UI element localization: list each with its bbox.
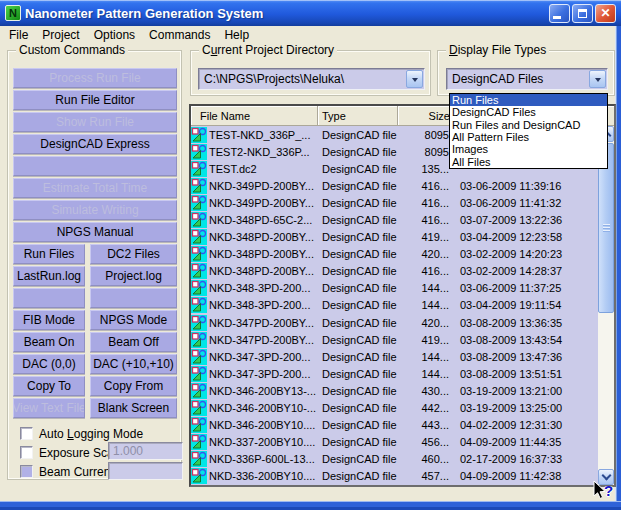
menu-options[interactable]: Options bbox=[87, 27, 142, 44]
dropdown-item-images[interactable]: Images bbox=[450, 143, 607, 155]
file-size: 8095 bbox=[398, 146, 455, 158]
file-modified: 03-08-2009 13:36:35 bbox=[455, 317, 598, 329]
file-type: DesignCAD file bbox=[318, 299, 398, 311]
file-row[interactable]: NKD-348PD-65C-2... DesignCAD file 416...… bbox=[191, 211, 598, 228]
button-npgs-manual[interactable]: NPGS Manual bbox=[13, 222, 177, 242]
button-simulate-writing: Simulate Writing bbox=[13, 200, 177, 220]
close-button[interactable]: ✕ bbox=[595, 4, 616, 23]
menu-help[interactable]: Help bbox=[217, 27, 256, 44]
display-file-types-combo[interactable]: DesignCAD Files bbox=[446, 68, 608, 90]
file-row[interactable]: NKD-349PD-200BY... DesignCAD file 416...… bbox=[191, 177, 598, 194]
file-size: 443... bbox=[398, 419, 455, 431]
designcad-file-icon bbox=[191, 161, 207, 177]
column-header-file-name[interactable]: File Name bbox=[191, 106, 318, 126]
file-row[interactable]: NKD-336-200BY10.... DesignCAD file 457..… bbox=[191, 468, 598, 485]
button-blank[interactable] bbox=[13, 156, 177, 176]
file-modified: 03-06-2009 11:41:32 bbox=[455, 197, 598, 209]
button-copy-from[interactable]: Copy From bbox=[90, 376, 177, 396]
file-row[interactable]: NKD-348-3PD-200... DesignCAD file 144...… bbox=[191, 280, 598, 297]
maximize-button[interactable] bbox=[572, 4, 593, 23]
button-lastrun-log[interactable]: LastRun.log bbox=[13, 266, 85, 286]
file-modified: 04-09-2009 11:44:35 bbox=[455, 436, 598, 448]
file-type: DesignCAD file bbox=[318, 351, 398, 363]
file-row[interactable]: NKD-347-3PD-200... DesignCAD file 144...… bbox=[191, 365, 598, 382]
file-size: 144... bbox=[398, 282, 455, 294]
file-name: NKD-346-200BY13-... bbox=[209, 385, 316, 397]
designcad-file-icon bbox=[191, 315, 207, 331]
file-row[interactable]: NKD-347PD-200BY... DesignCAD file 420...… bbox=[191, 314, 598, 331]
menu-project[interactable]: Project bbox=[35, 27, 86, 44]
beam-current-field[interactable] bbox=[108, 462, 183, 480]
button-project-log[interactable]: Project.log bbox=[90, 266, 177, 286]
file-size: 416... bbox=[398, 197, 455, 209]
file-type: DesignCAD file bbox=[318, 453, 398, 465]
vertical-scrollbar[interactable] bbox=[598, 126, 614, 485]
project-directory-dropdown-button[interactable] bbox=[406, 70, 423, 88]
file-row[interactable]: NKD-337-200BY10.... DesignCAD file 456..… bbox=[191, 434, 598, 451]
file-type: DesignCAD file bbox=[318, 385, 398, 397]
button-dac-10-10[interactable]: DAC (+10,+10) bbox=[90, 354, 177, 374]
file-name: NKD-347PD-200BY... bbox=[209, 334, 314, 346]
file-type: DesignCAD file bbox=[318, 402, 398, 414]
menu-file[interactable]: File bbox=[2, 27, 35, 44]
dropdown-item-run-files[interactable]: Run Files bbox=[450, 94, 607, 106]
file-row[interactable]: NKD-347-3PD-200... DesignCAD file 144...… bbox=[191, 348, 598, 365]
file-row[interactable]: NKD-346-200BY10-... DesignCAD file 442..… bbox=[191, 400, 598, 417]
file-modified: 03-19-2009 13:21:00 bbox=[455, 385, 598, 397]
custom-commands-label: Custom Commands bbox=[16, 43, 128, 57]
auto-logging-checkbox[interactable] bbox=[20, 427, 33, 440]
file-name: TEST-NKD_336P_... bbox=[209, 129, 311, 141]
exposure-scale-checkbox[interactable] bbox=[20, 446, 33, 459]
file-row[interactable]: NKD-349PD-200BY... DesignCAD file 416...… bbox=[191, 194, 598, 211]
file-name: NKD-336P-600L-13... bbox=[209, 453, 315, 465]
file-row[interactable]: NKD-348-3PD-200... DesignCAD file 144...… bbox=[191, 297, 598, 314]
file-row[interactable]: NKD-336P-600L-13... DesignCAD file 460..… bbox=[191, 451, 598, 468]
button-npgs-mode[interactable]: NPGS Mode bbox=[90, 310, 177, 330]
column-header-type[interactable]: Type bbox=[318, 106, 398, 126]
column-header-size[interactable]: Size bbox=[398, 106, 455, 126]
help-cursor: ? bbox=[593, 481, 613, 501]
file-row[interactable]: NKD-348PD-200BY... DesignCAD file 416...… bbox=[191, 263, 598, 280]
file-type: DesignCAD file bbox=[318, 282, 398, 294]
dropdown-item-designcad-files[interactable]: DesignCAD Files bbox=[450, 106, 607, 118]
file-size: 144... bbox=[398, 351, 455, 363]
project-directory-combo[interactable]: C:\NPGS\Projects\Neluka\ bbox=[198, 68, 425, 90]
button-run-file-editor[interactable]: Run File Editor bbox=[13, 90, 177, 110]
button-blank-screen[interactable]: Blank Screen bbox=[90, 398, 177, 418]
beam-current-checkbox[interactable] bbox=[20, 465, 33, 478]
button-fib-mode[interactable]: FIB Mode bbox=[13, 310, 85, 330]
file-size: 416... bbox=[398, 265, 455, 277]
display-file-types-dropdown-button[interactable] bbox=[589, 70, 606, 88]
dropdown-item-all-pattern-files[interactable]: All Pattern Files bbox=[450, 131, 607, 143]
button-run-files[interactable]: Run Files bbox=[13, 244, 85, 264]
button-blank[interactable] bbox=[90, 288, 177, 308]
button-designcad-express[interactable]: DesignCAD Express bbox=[13, 134, 177, 154]
file-row[interactable]: NKD-347PD-200BY... DesignCAD file 419...… bbox=[191, 331, 598, 348]
file-type: DesignCAD file bbox=[318, 214, 398, 226]
dropdown-item-run-files-and-designcad[interactable]: Run Files and DesignCAD bbox=[450, 119, 607, 131]
menu-commands[interactable]: Commands bbox=[142, 27, 217, 44]
button-dc2-files[interactable]: DC2 Files bbox=[90, 244, 177, 264]
file-row[interactable]: NKD-346-200BY13-... DesignCAD file 430..… bbox=[191, 382, 598, 399]
file-row[interactable]: NKD-346-200BY10.... DesignCAD file 443..… bbox=[191, 417, 598, 434]
file-row[interactable]: NKD-348PD-200BY... DesignCAD file 420...… bbox=[191, 246, 598, 263]
file-type: DesignCAD file bbox=[318, 368, 398, 380]
exposure-scale-field[interactable]: 1.000 bbox=[108, 442, 183, 460]
file-size: 456... bbox=[398, 436, 455, 448]
chevron-down-icon bbox=[595, 78, 601, 85]
file-type: DesignCAD file bbox=[318, 470, 398, 482]
project-directory-value: C:\NPGS\Projects\Neluka\ bbox=[199, 72, 406, 86]
titlebar[interactable]: N Nanometer Pattern Generation System ✕ bbox=[0, 0, 621, 26]
file-row[interactable]: NKD-348PD-200BY... DesignCAD file 419...… bbox=[191, 229, 598, 246]
close-icon: ✕ bbox=[600, 7, 610, 19]
button-beam-off[interactable]: Beam Off bbox=[90, 332, 177, 352]
minimize-button[interactable] bbox=[549, 4, 570, 23]
button-dac-0-0[interactable]: DAC (0,0) bbox=[13, 354, 85, 374]
display-file-types-label: Display File Types bbox=[446, 43, 549, 57]
window-border-bottom bbox=[0, 501, 621, 510]
dropdown-item-all-files[interactable]: All Files bbox=[450, 156, 607, 168]
button-beam-on[interactable]: Beam On bbox=[13, 332, 85, 352]
designcad-file-icon bbox=[191, 400, 207, 416]
button-blank[interactable] bbox=[13, 288, 85, 308]
button-copy-to[interactable]: Copy To bbox=[13, 376, 85, 396]
